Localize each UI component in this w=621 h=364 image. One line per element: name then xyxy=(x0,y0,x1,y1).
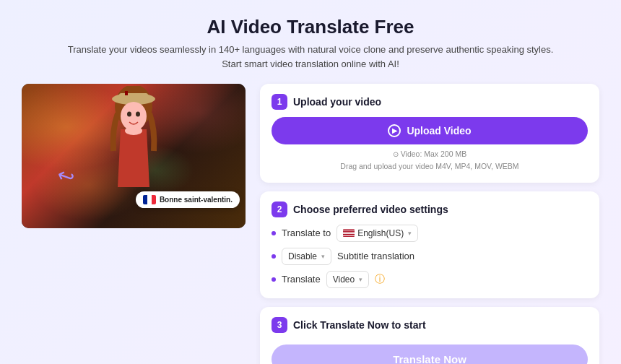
svg-rect-3 xyxy=(125,91,128,95)
upload-play-icon: ▶ xyxy=(388,124,401,137)
translate-option: Video xyxy=(333,274,355,285)
step-2-header: 2 Choose preferred video settings xyxy=(272,202,588,217)
subtitle-option: Disable xyxy=(288,251,317,261)
header: AI Video Translate Free Translate your v… xyxy=(22,16,599,71)
translate-now-button[interactable]: Translate Now xyxy=(272,344,588,365)
chevron-down-icon: ▾ xyxy=(408,230,412,237)
step-3-content: Translate Now xyxy=(272,340,588,365)
step-1-title: Upload your video xyxy=(293,96,381,108)
svg-point-6 xyxy=(136,112,140,117)
translate-to-row: Translate to English(US) ▾ xyxy=(272,225,588,242)
translate-now-label: Translate Now xyxy=(393,353,466,365)
video-background: ↩ Bonne saint-valentin. xyxy=(22,84,246,228)
step-2-badge: 2 xyxy=(272,202,287,217)
subtitle-select[interactable]: Disable ▾ xyxy=(282,248,331,265)
subtitle-text: Bonne saint-valentin. xyxy=(160,196,233,204)
upload-hint: ⊙ Video: Max 200 MB Drag and upload your… xyxy=(272,149,588,173)
page-subtitle: Translate your videos seamlessly in 140+… xyxy=(65,43,556,71)
step-3-badge: 3 xyxy=(272,317,287,333)
step-3-card: 3 Click Translate Now to start Translate… xyxy=(260,307,599,365)
subtitle-bubble: Bonne saint-valentin. xyxy=(136,191,240,208)
page: AI Video Translate Free Translate your v… xyxy=(0,0,621,364)
subtitle-label: Subtitle translation xyxy=(337,251,414,261)
size-text: Video: Max 200 MB xyxy=(401,149,466,160)
step-2-card: 2 Choose preferred video settings Transl… xyxy=(260,191,599,298)
step-2-title: Choose preferred video settings xyxy=(293,204,448,215)
french-flag-icon xyxy=(143,195,156,204)
upload-button-label: Upload Video xyxy=(407,125,471,136)
translate-label: Translate xyxy=(282,274,321,285)
step-1-card: 1 Upload your video ▶ Upload Video ⊙ Vid… xyxy=(260,84,599,183)
svg-point-7 xyxy=(125,126,142,135)
bullet-dot-3 xyxy=(272,277,276,282)
step-1-badge: 1 xyxy=(272,94,287,110)
format-hint: Drag and upload your video M4V, MP4, MOV… xyxy=(272,161,588,173)
size-icon: ⊙ xyxy=(393,149,399,160)
bullet-dot-1 xyxy=(272,231,276,235)
video-container: ↩ Bonne saint-valentin. ▶ ⏮ ⏭ 🔊 xyxy=(22,84,246,228)
translate-select[interactable]: Video ▾ xyxy=(326,271,369,288)
step-1-header: 1 Upload your video xyxy=(272,94,588,110)
page-title: AI Video Translate Free xyxy=(22,16,599,38)
info-icon[interactable]: ⓘ xyxy=(375,273,385,286)
language-option: English(US) xyxy=(357,228,404,238)
translate-row: Translate Video ▾ ⓘ xyxy=(272,271,588,288)
step-3-title: Click Translate Now to start xyxy=(293,319,426,331)
svg-point-5 xyxy=(127,112,131,117)
translate-to-label: Translate to xyxy=(282,228,331,238)
main-content: ↩ Bonne saint-valentin. ▶ ⏮ ⏭ 🔊 xyxy=(22,84,599,364)
language-select[interactable]: English(US) ▾ xyxy=(336,225,418,242)
step-3-header: 3 Click Translate Now to start xyxy=(272,317,588,333)
steps-section: 1 Upload your video ▶ Upload Video ⊙ Vid… xyxy=(260,84,599,364)
bullet-dot-2 xyxy=(272,254,276,259)
svg-rect-2 xyxy=(119,93,148,102)
us-flag-icon xyxy=(343,229,355,237)
chevron-down-icon-2: ▾ xyxy=(321,253,325,260)
video-section: ↩ Bonne saint-valentin. ▶ ⏮ ⏭ 🔊 xyxy=(22,84,246,228)
size-info: ⊙ Video: Max 200 MB xyxy=(272,149,588,160)
chevron-down-icon-3: ▾ xyxy=(359,276,362,283)
subtitle-row: Disable ▾ Subtitle translation xyxy=(272,248,588,265)
upload-video-button[interactable]: ▶ Upload Video xyxy=(272,117,588,144)
